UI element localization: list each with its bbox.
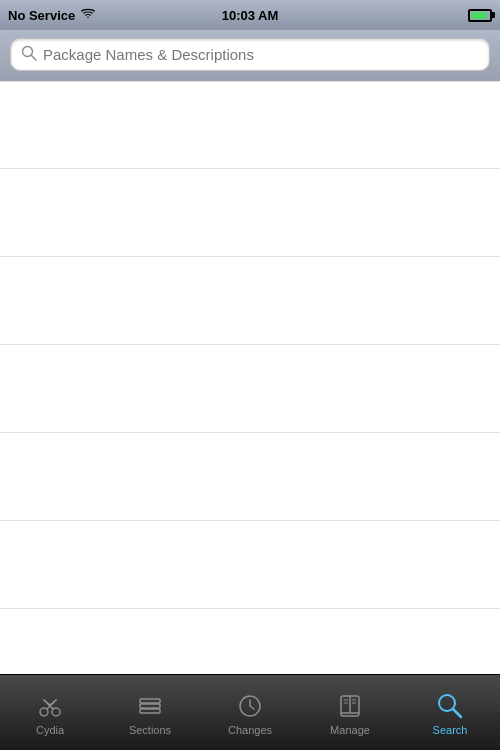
list-item <box>0 521 500 609</box>
list-item <box>0 433 500 521</box>
book-icon <box>335 691 365 721</box>
svg-line-1 <box>32 56 37 61</box>
tab-manage[interactable]: Manage <box>300 675 400 750</box>
svg-rect-8 <box>140 709 160 713</box>
carrier-text: No Service <box>8 8 75 23</box>
search-input[interactable] <box>43 46 479 63</box>
search-tab-icon <box>435 691 465 721</box>
svg-line-22 <box>453 709 461 717</box>
tab-cydia[interactable]: Cydia <box>0 675 100 750</box>
list-item <box>0 257 500 345</box>
svg-line-13 <box>250 706 254 709</box>
list-item <box>0 345 500 433</box>
tab-manage-label: Manage <box>330 724 370 736</box>
svg-line-6 <box>50 700 56 705</box>
battery-fill <box>471 12 487 19</box>
search-icon <box>21 45 37 64</box>
sections-icon <box>135 691 165 721</box>
tab-sections[interactable]: Sections <box>100 675 200 750</box>
tab-bar: Cydia Sections Changes <box>0 674 500 750</box>
svg-rect-10 <box>140 699 160 703</box>
list-item <box>0 169 500 257</box>
main-content <box>0 81 500 697</box>
status-left: No Service <box>8 8 96 23</box>
tab-search-label: Search <box>433 724 468 736</box>
status-right <box>468 9 492 22</box>
tab-changes[interactable]: Changes <box>200 675 300 750</box>
tab-cydia-label: Cydia <box>36 724 64 736</box>
tab-search[interactable]: Search <box>400 675 500 750</box>
wifi-icon <box>80 8 96 23</box>
search-bar-container <box>0 30 500 81</box>
list-item <box>0 81 500 169</box>
cydia-icon <box>35 691 65 721</box>
status-bar: No Service 10:03 AM <box>0 0 500 30</box>
svg-line-7 <box>44 700 50 705</box>
tab-sections-label: Sections <box>129 724 171 736</box>
clock-icon <box>235 691 265 721</box>
search-input-wrapper[interactable] <box>10 38 490 71</box>
status-time: 10:03 AM <box>222 8 279 23</box>
tab-changes-label: Changes <box>228 724 272 736</box>
battery-icon <box>468 9 492 22</box>
svg-rect-9 <box>140 704 160 708</box>
